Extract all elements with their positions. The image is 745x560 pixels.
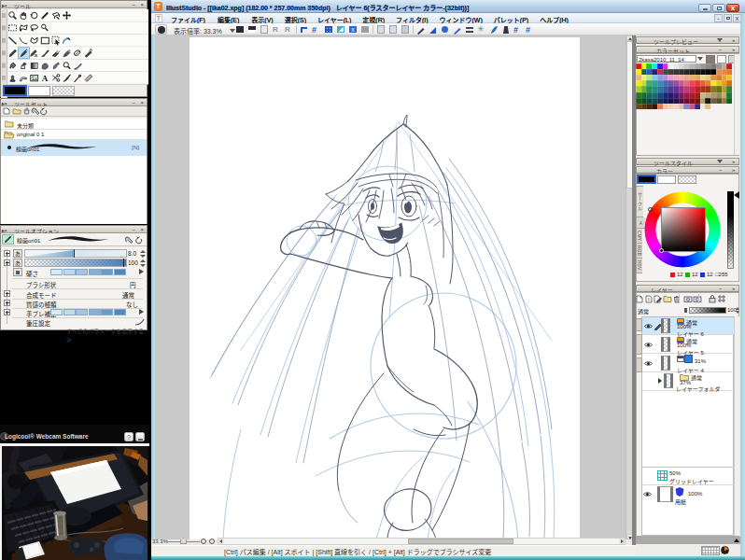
svg-text:A: A	[42, 74, 49, 83]
